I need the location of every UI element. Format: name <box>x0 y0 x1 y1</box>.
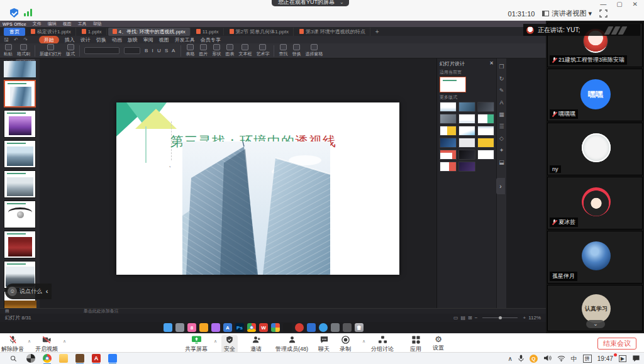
slide-thumbnail[interactable] <box>4 170 36 198</box>
close-button[interactable]: ✕ <box>633 1 638 8</box>
maximize-button[interactable]: ▢ <box>616 1 622 8</box>
share-screen-button[interactable]: 共享屏幕 <box>185 335 208 353</box>
file-explorer-icon[interactable] <box>59 354 68 363</box>
font-style-buttons[interactable]: B I U S A <box>145 48 176 53</box>
chrome-icon[interactable] <box>43 354 52 363</box>
dock-icon[interactable] <box>343 323 352 332</box>
taskbar-app-icon[interactable] <box>75 354 84 363</box>
design-thumbnail[interactable] <box>458 150 475 160</box>
design-thumbnail[interactable] <box>477 150 494 160</box>
panel-collapse-button[interactable]: › <box>496 178 505 194</box>
wps-menu-file[interactable]: 文件 <box>33 21 42 27</box>
qq-icon[interactable]: Q <box>530 355 538 363</box>
notes-bar[interactable]: ▤ 单击此处添加备注 <box>0 308 546 314</box>
participant-tile[interactable]: ny <box>547 123 643 175</box>
design-thumbnail[interactable] <box>440 126 457 136</box>
fullscreen-button[interactable] <box>599 9 608 18</box>
wordart-button[interactable]: 艺术字 <box>256 44 269 57</box>
tray-chevron-icon[interactable]: ∧ <box>508 355 512 362</box>
record-options-chevron[interactable]: ∧ <box>362 339 365 344</box>
search-icon[interactable] <box>9 354 18 363</box>
end-meeting-button[interactable]: 结束会议 <box>597 338 636 350</box>
video-options-chevron[interactable]: ∧ <box>63 339 66 344</box>
taskbar-clock[interactable]: 19:47 <box>597 355 613 362</box>
invite-button[interactable]: 邀请 <box>250 335 262 353</box>
view-show-icon[interactable]: ⊞ <box>468 315 472 321</box>
design-thumbnail[interactable] <box>477 126 494 136</box>
breakout-rooms-button[interactable]: 分组讨论 <box>371 335 394 353</box>
pane-icon-shape[interactable]: ◇ <box>499 135 504 141</box>
zoom-percent[interactable]: 112% <box>528 315 541 321</box>
shape-button[interactable]: 形状 <box>212 44 221 57</box>
doc-tab[interactable]: 11.pptx <box>192 28 224 35</box>
dock-icon[interactable] <box>283 323 292 332</box>
banner-caret-icon[interactable]: ⌄ <box>340 0 344 5</box>
ribbon-tab-transition[interactable]: 切换 <box>96 36 106 43</box>
paste-button[interactable]: 粘贴 <box>4 44 13 57</box>
ribbon-tab-animation[interactable]: 动画 <box>112 36 122 43</box>
dock-icon[interactable]: A <box>223 323 232 332</box>
pane-icon-fill[interactable]: ⬓ <box>499 159 504 165</box>
pane-icon-edit[interactable]: ✎ <box>499 87 504 94</box>
textbox-button[interactable]: 文本框 <box>238 44 252 57</box>
zoom-in-button[interactable]: + <box>523 315 526 321</box>
chat-button[interactable]: 聊天 <box>318 335 330 353</box>
wps-menu-help[interactable]: 帮助 <box>93 21 102 27</box>
acrobat-icon[interactable]: A <box>92 354 101 363</box>
dock-icon[interactable] <box>199 323 208 332</box>
security-button[interactable]: 安全 <box>221 335 238 353</box>
slide-thumbnail[interactable] <box>4 110 36 138</box>
doc-tab[interactable]: 稿定设计1.pptx <box>26 28 76 36</box>
new-slide-button[interactable]: 新建幻灯片 <box>40 44 62 57</box>
view-sorter-icon[interactable]: ▤ <box>461 315 466 321</box>
zoom-slider[interactable] <box>482 317 518 318</box>
selection-pane-button[interactable]: 选择窗格 <box>305 44 323 57</box>
design-thumbnail[interactable] <box>458 102 475 112</box>
dock-icon[interactable] <box>307 323 316 332</box>
doc-tab[interactable]: 第3课 环境中透视线的特点 <box>295 28 370 36</box>
wps-menu-tools[interactable]: 工具 <box>78 21 87 27</box>
ime-pinyin-badge[interactable]: 拼 <box>583 355 592 363</box>
design-thumbnail[interactable] <box>440 162 457 172</box>
view-normal-icon[interactable]: ▭ <box>453 315 458 321</box>
design-thumbnail[interactable] <box>477 102 494 112</box>
tray-mic-icon[interactable] <box>518 355 524 363</box>
ribbon-tab-review[interactable]: 审阅 <box>143 36 153 43</box>
picture-button[interactable]: 图片 <box>199 44 208 57</box>
participant-tile[interactable]: 夏冰芸 <box>547 177 643 229</box>
wps-menu-view[interactable]: 视图 <box>63 21 72 27</box>
wps-menu-edit[interactable]: 编辑 <box>48 21 57 27</box>
pane-icon-text[interactable]: A <box>499 99 503 106</box>
design-thumbnail[interactable] <box>458 114 475 124</box>
dock-icon[interactable] <box>164 323 172 332</box>
ribbon-tab-home[interactable]: 开始 <box>39 36 59 44</box>
doc-tab[interactable]: 第2节 简单几何体1.pptx <box>225 28 294 36</box>
network-signal-icon[interactable] <box>24 9 33 16</box>
watching-banner[interactable]: 您正在观看YUT的屏幕 ⌄ <box>272 0 349 6</box>
scroll-more-button[interactable]: ⌄ <box>586 320 605 328</box>
dock-icon[interactable] <box>331 323 340 332</box>
replace-button[interactable]: 替换 <box>292 44 301 57</box>
design-thumbnail[interactable] <box>440 102 457 112</box>
media-play-icon[interactable]: ▶ <box>619 355 626 362</box>
pane-icon-copy[interactable]: ❐ <box>499 63 504 70</box>
layout-button[interactable]: 版式 <box>66 44 75 57</box>
participant-tile[interactable]: 孤星伴月 <box>547 231 643 284</box>
recycle-bin-icon[interactable]: 🗑 <box>355 323 364 332</box>
manage-members-button[interactable]: 管理成员(48) <box>275 335 308 353</box>
dock-icon[interactable] <box>271 323 280 332</box>
design-thumbnail[interactable] <box>440 138 457 148</box>
new-tab-button[interactable]: + <box>372 28 383 35</box>
chat-collapse-button[interactable]: ‹ <box>42 284 52 299</box>
security-shield-icon[interactable] <box>10 8 18 18</box>
share-options-chevron[interactable]: ∧ <box>214 339 217 344</box>
action-center-icon[interactable] <box>632 355 640 363</box>
mic-options-chevron[interactable]: ∧ <box>28 339 31 344</box>
design-thumbnail[interactable] <box>440 150 457 160</box>
skyscraper-photo[interactable] <box>182 141 330 275</box>
doc-tab[interactable]: 1.pptx <box>77 28 107 35</box>
photoshop-icon[interactable]: Ps <box>235 323 244 332</box>
emoji-icon[interactable]: ☺ <box>8 287 17 296</box>
wps-home-button[interactable]: 首页 <box>4 28 25 36</box>
chart-button[interactable]: 图表 <box>225 44 234 57</box>
